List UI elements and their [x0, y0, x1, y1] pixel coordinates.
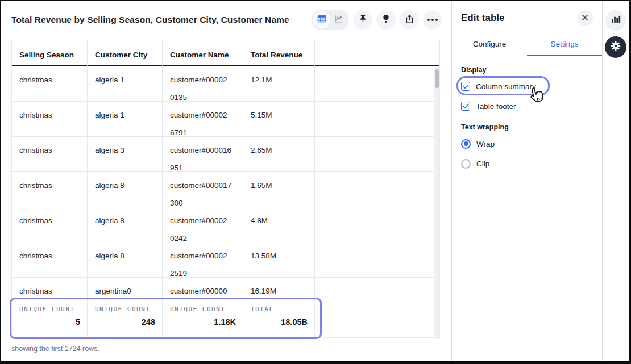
- column-header-empty: [315, 40, 439, 66]
- table-cell[interactable]: algeria 8: [88, 172, 163, 207]
- ellipsis-icon: [427, 19, 438, 21]
- clip-radio[interactable]: Clip: [461, 156, 593, 171]
- page-title: Total Revenue by Selling Season, Custome…: [11, 15, 289, 25]
- summary-value: 5: [76, 317, 80, 327]
- column-header[interactable]: Customer City: [88, 40, 163, 66]
- pin-button[interactable]: [353, 10, 372, 30]
- table-cell[interactable]: customer#000016 951: [163, 137, 243, 172]
- table-icon: [317, 14, 327, 26]
- table-cell[interactable]: christmas: [12, 278, 88, 299]
- summary-label: UNIQUE COUNT: [19, 306, 80, 313]
- table-cell-empty: [315, 172, 439, 207]
- table-cell[interactable]: algeria 1: [88, 66, 163, 102]
- option-label: Clip: [476, 160, 489, 168]
- table-cell[interactable]: 12.1M: [243, 66, 315, 102]
- table-cell[interactable]: christmas: [12, 102, 88, 137]
- card-header: Total Revenue by Selling Season, Custome…: [1, 1, 451, 39]
- checkbox-checked-icon: [461, 82, 470, 91]
- toolbar: [312, 10, 442, 30]
- table-cell[interactable]: customer#00002 0242: [163, 207, 243, 242]
- summary-label: UNIQUE COUNT: [95, 306, 155, 313]
- edit-table-panel: Edit table Configure Settings Display: [451, 1, 603, 361]
- table-cell-empty: [315, 242, 439, 278]
- pin-icon: [358, 14, 368, 27]
- row-count-note: showing the first 1724 rows.: [1, 340, 451, 361]
- app-window: Total Revenue by Selling Season, Custome…: [0, 0, 631, 364]
- table-footer-checkbox[interactable]: Table footer: [461, 99, 593, 114]
- table-cell[interactable]: algeria 8: [88, 207, 163, 242]
- display-section-label: Display: [461, 66, 593, 74]
- wrap-radio[interactable]: Wrap: [461, 136, 593, 151]
- chart-view-button[interactable]: [330, 11, 347, 28]
- radio-unselected-icon: [461, 159, 471, 169]
- settings-button[interactable]: [605, 36, 626, 58]
- bar-chart-icon: [610, 14, 621, 27]
- close-button[interactable]: [577, 10, 593, 26]
- table-cell[interactable]: argentina0: [88, 278, 163, 299]
- insights-button[interactable]: [376, 10, 396, 30]
- column-summary-cell: TOTAL 18.05B: [243, 299, 315, 338]
- column-header[interactable]: Total Revenue: [243, 40, 315, 66]
- table-cell[interactable]: 1.65M: [243, 172, 315, 207]
- share-icon: [404, 14, 415, 27]
- table-cell[interactable]: christmas: [12, 66, 88, 102]
- summary-label: UNIQUE COUNT: [170, 306, 236, 313]
- close-icon: [582, 13, 588, 23]
- table-cell[interactable]: customer#00002 0135: [163, 66, 243, 102]
- tab-settings[interactable]: Settings: [527, 34, 602, 56]
- column-summary-cell: UNIQUE COUNT 1.18K: [163, 299, 243, 338]
- summary-label: TOTAL: [251, 306, 308, 313]
- column-summary-cell-empty: [315, 299, 439, 338]
- table-cell[interactable]: algeria 1: [88, 102, 163, 137]
- table-cell[interactable]: 2.65M: [243, 137, 315, 172]
- table-cell[interactable]: algeria 8: [88, 242, 163, 278]
- table-cell-empty: [315, 102, 439, 137]
- table-cell[interactable]: christmas: [12, 172, 88, 207]
- more-options-button[interactable]: [423, 10, 442, 30]
- table-cell[interactable]: algeria 3: [88, 137, 163, 172]
- table-cell[interactable]: christmas: [12, 207, 88, 242]
- radio-selected-icon: [461, 139, 471, 149]
- share-button[interactable]: [400, 10, 419, 30]
- table-cell[interactable]: customer#00002 2519: [163, 242, 243, 278]
- option-label: Column summary: [476, 82, 536, 91]
- table-cell[interactable]: customer#00002 6791: [163, 102, 243, 137]
- chart-config-button[interactable]: [605, 10, 626, 31]
- column-summary-cell: UNIQUE COUNT 5: [12, 299, 88, 338]
- panel-title: Edit table: [461, 12, 505, 24]
- column-summary-checkbox[interactable]: Column summary: [461, 79, 593, 94]
- summary-value: 18.05B: [281, 317, 308, 327]
- table-cell-empty: [315, 137, 439, 172]
- table-cell[interactable]: 5.15M: [243, 102, 315, 137]
- checkbox-checked-icon: [461, 102, 470, 111]
- tab-configure[interactable]: Configure: [452, 34, 527, 56]
- column-summary-cell: UNIQUE COUNT 248: [88, 299, 163, 338]
- table-scrollbar[interactable]: [434, 68, 439, 339]
- table-cell[interactable]: christmas: [12, 137, 88, 172]
- gear-icon: [609, 40, 622, 55]
- summary-value: 1.18K: [214, 317, 236, 327]
- line-chart-icon: [334, 14, 344, 26]
- answer-card: Total Revenue by Selling Season, Custome…: [1, 1, 451, 361]
- side-icon-strip: [603, 1, 629, 361]
- view-toggle: [312, 10, 349, 30]
- table-cell[interactable]: customer#00000: [163, 278, 243, 299]
- data-table: Selling Season Customer City Customer Na…: [11, 40, 440, 338]
- table-region: Selling Season Customer City Customer Na…: [11, 40, 440, 340]
- table-cell[interactable]: 13.58M: [243, 242, 315, 278]
- lightbulb-icon: [381, 14, 391, 26]
- table-cell[interactable]: christmas: [12, 242, 88, 278]
- option-label: Wrap: [476, 140, 495, 148]
- scrollbar-thumb[interactable]: [435, 69, 439, 88]
- text-wrapping-section-label: Text wrapping: [461, 123, 593, 131]
- column-header[interactable]: Selling Season: [12, 40, 88, 66]
- table-view-button[interactable]: [313, 11, 330, 28]
- table-cell-empty: [315, 66, 439, 102]
- table-cell[interactable]: 4.8M: [243, 207, 315, 242]
- table-cell-empty: [315, 278, 439, 299]
- table-cell[interactable]: customer#000017 300: [163, 172, 243, 207]
- column-header[interactable]: Customer Name: [163, 40, 243, 66]
- table-cell[interactable]: 16.19M: [243, 278, 315, 299]
- option-label: Table footer: [476, 102, 516, 111]
- summary-value: 248: [142, 317, 155, 327]
